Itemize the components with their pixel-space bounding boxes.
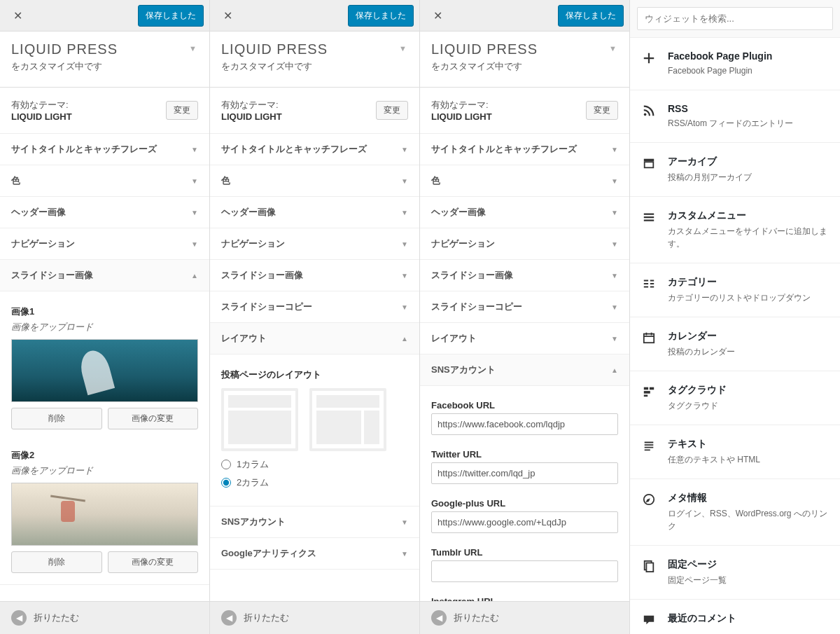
widget-item-calendar[interactable]: カレンダー投稿のカレンダー (630, 317, 840, 371)
section-color[interactable]: 色▼ (420, 165, 629, 197)
section-header-image[interactable]: ヘッダー画像▼ (210, 197, 419, 228)
radio-1col[interactable]: 1カラム (221, 458, 408, 471)
section-navigation[interactable]: ナビゲーション▼ (0, 228, 209, 260)
widget-item-category[interactable]: カテゴリーカテゴリーのリストやドロップダウン (630, 263, 840, 317)
section-sns[interactable]: SNSアカウント▲ (420, 354, 629, 386)
dropdown-icon[interactable]: ▼ (189, 44, 197, 53)
collapse-label[interactable]: 折りたたむ (244, 612, 289, 624)
collapse-icon[interactable]: ◀ (11, 610, 27, 626)
theme-label: 有効なテーマ: (11, 99, 72, 111)
image1-preview[interactable] (11, 339, 198, 402)
section-color[interactable]: 色▼ (0, 165, 209, 197)
widget-desc: RSS/Atom フィードのエントリー (668, 117, 829, 130)
chevron-down-icon: ▼ (191, 177, 198, 185)
section-slideshow[interactable]: スライドショー画像▼ (210, 260, 419, 291)
chevron-down-icon: ▼ (611, 209, 618, 216)
widget-search-input[interactable] (637, 7, 833, 30)
image2-preview[interactable] (11, 483, 198, 546)
customizer-panel-1: ✕ 保存しました LIQUID PRESS をカスタマイズ中です ▼ 有効なテー… (0, 0, 210, 634)
footer: ◀ 折りたたむ (0, 601, 209, 634)
section-header-image[interactable]: ヘッダー画像▼ (0, 197, 209, 228)
saved-button[interactable]: 保存しました (138, 5, 204, 27)
section-layout[interactable]: レイアウト▼ (420, 323, 629, 354)
subtitle: をカスタマイズ中です (11, 60, 198, 73)
title-block: LIQUID PRESS をカスタマイズ中です ▼ (210, 32, 419, 88)
image2-label: 画像2 (11, 449, 198, 462)
widget-item-text[interactable]: テキスト任意のテキストや HTML (630, 425, 840, 479)
layout-option-1col[interactable] (221, 388, 298, 451)
section-slideshow[interactable]: スライドショー画像▲ (0, 260, 209, 291)
widget-item-rss[interactable]: RSSRSS/Atom フィードのエントリー (630, 90, 840, 143)
chevron-up-icon: ▲ (191, 272, 198, 280)
layout-option-2col[interactable] (309, 388, 386, 451)
tagcloud-icon (641, 384, 657, 412)
radio-2col[interactable]: 2カラム (221, 476, 408, 489)
widget-title: アーカイブ (668, 156, 829, 168)
chevron-down-icon: ▼ (191, 240, 198, 248)
close-icon[interactable]: ✕ (426, 4, 449, 27)
change-theme-button[interactable]: 変更 (376, 101, 408, 120)
change-theme-button[interactable]: 変更 (586, 101, 618, 120)
rss-icon (641, 103, 657, 130)
section-site-title[interactable]: サイトタイトルとキャッチフレーズ▼ (420, 134, 629, 165)
change-theme-button[interactable]: 変更 (166, 101, 198, 120)
chevron-down-icon: ▼ (401, 177, 408, 185)
facebook-label: Facebook URL (431, 400, 618, 411)
section-analytics[interactable]: Googleアナリティクス▼ (210, 538, 419, 570)
topbar: ✕ 保存しました (420, 0, 629, 32)
widget-item-tagcloud[interactable]: タグクラウドタグクラウド (630, 371, 840, 425)
widget-item-plus[interactable]: Facebook Page PluginFacebook Page Plugin (630, 38, 840, 90)
section-slideshow[interactable]: スライドショー画像▼ (420, 260, 629, 291)
section-header-image[interactable]: ヘッダー画像▼ (420, 197, 629, 228)
theme-label: 有効なテーマ: (221, 99, 282, 111)
dropdown-icon[interactable]: ▼ (399, 44, 407, 53)
dropdown-icon[interactable]: ▼ (609, 44, 617, 53)
svg-rect-6 (644, 391, 650, 394)
calendar-icon (641, 330, 657, 358)
change-image-button[interactable]: 画像の変更 (108, 551, 199, 573)
widget-desc: 投稿の月別アーカイブ (668, 171, 829, 184)
section-slideshow-copy[interactable]: スライドショーコピー▼ (210, 291, 419, 323)
section-layout[interactable]: レイアウト▲ (210, 323, 419, 354)
theme-row: 有効なテーマ: LIQUID LIGHT 変更 (210, 88, 419, 134)
widget-item-archive[interactable]: アーカイブ投稿の月別アーカイブ (630, 143, 840, 197)
theme-name: LIQUID LIGHT (11, 111, 72, 122)
collapse-label[interactable]: 折りたたむ (34, 612, 79, 624)
change-image-button[interactable]: 画像の変更 (108, 408, 199, 429)
close-icon[interactable]: ✕ (6, 4, 29, 27)
title-block: LIQUID PRESS をカスタマイズ中です ▼ (0, 32, 209, 88)
chevron-down-icon: ▼ (401, 303, 408, 311)
layout-content: 投稿ページのレイアウト 1カラム 2カラム (210, 354, 419, 506)
widget-item-meta[interactable]: メタ情報ログイン、RSS、WordPress.org へのリンク (630, 479, 840, 546)
tumblr-input[interactable] (431, 560, 618, 582)
delete-button[interactable]: 削除 (11, 551, 102, 573)
section-navigation[interactable]: ナビゲーション▼ (210, 228, 419, 260)
widget-title: 最近のコメント (668, 612, 829, 625)
svg-rect-5 (650, 387, 654, 390)
section-site-title[interactable]: サイトタイトルとキャッチフレーズ▼ (210, 134, 419, 165)
section-site-title[interactable]: サイトタイトルとキャッチフレーズ▼ (0, 134, 209, 165)
footer: ◀ 折りたたむ (420, 601, 629, 634)
section-navigation[interactable]: ナビゲーション▼ (420, 228, 629, 260)
widget-search (630, 0, 840, 38)
collapse-icon[interactable]: ◀ (221, 610, 237, 626)
widget-item-pages[interactable]: 固定ページ固定ページ一覧 (630, 546, 840, 600)
facebook-input[interactable] (431, 413, 618, 435)
section-color[interactable]: 色▼ (210, 165, 419, 197)
saved-button[interactable]: 保存しました (348, 5, 414, 27)
widget-item-comments[interactable]: 最近のコメント (630, 600, 840, 634)
widget-desc: 投稿のカレンダー (668, 345, 829, 358)
section-slideshow-copy[interactable]: スライドショーコピー▼ (420, 291, 629, 323)
tumblr-label: Tumblr URL (431, 547, 618, 558)
saved-button[interactable]: 保存しました (558, 5, 624, 27)
close-icon[interactable]: ✕ (216, 4, 239, 27)
section-sns[interactable]: SNSアカウント▼ (210, 506, 419, 538)
pages-icon (641, 558, 657, 586)
collapse-icon[interactable]: ◀ (431, 610, 447, 626)
collapse-label[interactable]: 折りたたむ (454, 612, 499, 624)
twitter-input[interactable] (431, 462, 618, 484)
googleplus-input[interactable] (431, 511, 618, 533)
delete-button[interactable]: 削除 (11, 408, 102, 429)
widget-item-menu[interactable]: カスタムメニューカスタムメニューをサイドバーに追加します。 (630, 197, 840, 263)
widget-list: Facebook Page PluginFacebook Page Plugin… (630, 38, 840, 634)
